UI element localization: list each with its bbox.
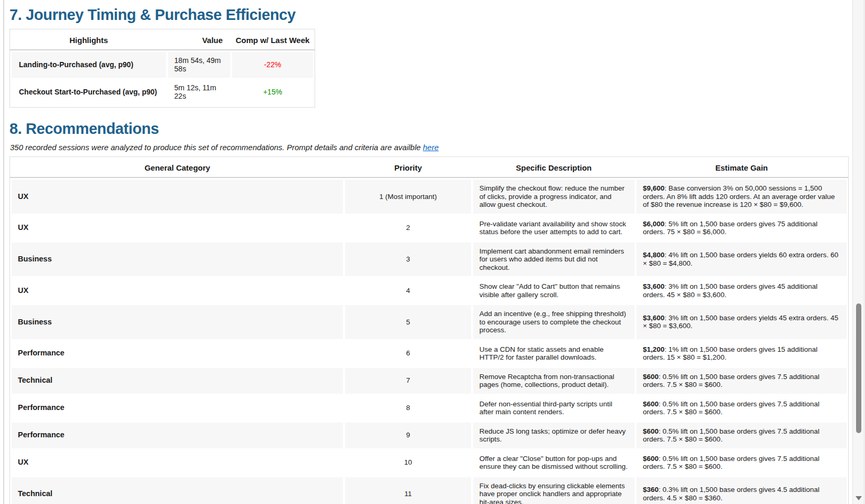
gain-detail: : Base conversion 3% on 50,000 sessions … [643,184,835,208]
description-cell: Implement cart abandonment email reminde… [473,243,634,277]
priority-cell: 8 [345,395,471,421]
priority-cell: 3 [345,243,471,277]
gain-detail: : 0.5% lift on 1,500 base orders gives 7… [643,455,819,471]
comp-last-week-cell: +15% [232,79,313,105]
description-cell: Simplify the checkout flow: reduce the n… [473,180,634,214]
estimate-gain-cell: $600: 0.5% lift on 1,500 base orders giv… [637,450,847,476]
gain-detail: : 5% lift on 1,500 base orders gives 75 … [643,220,817,236]
category-cell: UX [12,278,343,303]
comp-last-week-cell: -22% [232,52,313,78]
description-cell: Pre-validate variant availability and sh… [473,215,634,241]
estimate-gain-cell: $360: 0.3% lift on 1,500 base orders giv… [637,477,847,504]
gain-amount: $600 [643,400,659,408]
description-cell: Add an incentive (e.g., free shipping th… [473,305,634,339]
journey-table-header-row: Highlights Value Comp w/ Last Week [10,29,315,50]
recommendation-row: UX 2 Pre-validate variant availability a… [12,215,847,241]
description-cell: Fix dead-clicks by ensuring clickable el… [473,477,634,504]
priority-cell: 11 [345,477,471,504]
gain-detail: : 0.5% lift on 1,500 base orders gives 7… [643,427,819,444]
priority-cell: 4 [345,278,471,303]
highlight-label-cell: Landing-to-Purchased (avg, p90) [12,52,166,78]
estimate-gain-cell: $3,600: 3% lift on 1,500 base orders giv… [637,278,847,303]
estimate-gain-cell: $9,600: Base conversion 3% on 50,000 ses… [637,180,847,214]
gain-amount: $3,600 [643,314,664,322]
journey-table-row: Checkout Start-to-Purchased (avg, p90) 5… [12,79,313,105]
gain-amount: $9,600 [643,184,664,192]
gain-detail: : 0.5% lift on 1,500 base orders gives 7… [643,373,819,389]
recommendation-row: Performance 6 Use a CDN for static asset… [12,341,847,366]
recommendation-row: UX 1 (Most important) Simplify the check… [12,180,847,214]
intro-text: 350 recorded sessions were analyzed to p… [10,143,423,152]
page-left-border [3,0,4,504]
gain-detail: : 0.3% lift on 1,500 base orders gives 4… [643,486,819,502]
recommendation-row: Performance 8 Defer non-essential third-… [12,395,847,421]
recommendation-row: Business 3 Implement cart abandonment em… [12,243,847,277]
priority-cell: 1 (Most important) [345,180,471,214]
estimate-gain-cell: $600: 0.5% lift on 1,500 base orders giv… [637,368,847,394]
category-cell: Technical [12,368,343,394]
estimate-gain-cell: $600: 0.5% lift on 1,500 base orders giv… [637,423,847,448]
header-priority: Priority [345,159,471,177]
recommendations-header-row: General Category Priority Specific Descr… [10,157,848,178]
estimate-gain-cell: $3,600: 3% lift on 1,500 base orders yie… [637,305,847,339]
journey-timing-table: Highlights Value Comp w/ Last Week Landi… [9,29,315,108]
description-cell: Use a CDN for static assets and enable H… [473,341,634,366]
header-general-category: General Category [12,159,343,177]
scrollbar-thumb[interactable] [856,303,861,433]
vertical-scrollbar[interactable] [852,0,864,504]
gain-amount: $600 [643,373,659,381]
intro-here-link[interactable]: here [423,143,439,152]
report-content: 7. Journey Timing & Purchase Efficiency … [9,6,850,504]
gain-detail: : 1% lift on 1,500 base orders gives 15 … [643,345,817,362]
recommendation-row: Technical 11 Fix dead-clicks by ensuring… [12,477,847,504]
description-cell: Remove Recaptcha from non-transactional … [473,368,634,394]
journey-header-highlights: Highlights [12,31,166,49]
estimate-gain-cell: $600: 0.5% lift on 1,500 base orders giv… [637,395,847,421]
estimate-gain-cell: $4,800: 4% lift on 1,500 base orders yie… [637,243,847,277]
priority-cell: 7 [345,368,471,394]
gain-detail: : 3% lift on 1,500 base orders gives 45 … [643,282,817,299]
section-8-heading: 8. Recommendations [9,120,850,138]
category-cell: UX [12,450,343,476]
gain-detail: : 3% lift on 1,500 base orders yields 45… [643,314,838,330]
category-cell: Business [12,305,343,339]
gain-amount: $600 [643,455,659,463]
recommendations-intro: 350 recorded sessions were analyzed to p… [10,143,850,152]
gain-amount: $1,200 [643,345,664,353]
recommendation-row: Technical 7 Remove Recaptcha from non-tr… [12,368,847,394]
recommendations-table-body: UX 1 (Most important) Simplify the check… [10,180,848,504]
header-estimate-gain: Estimate Gain [637,159,847,177]
category-cell: Performance [12,341,343,366]
category-cell: UX [12,180,343,214]
value-cell: 5m 12s, 11m 22s [168,79,230,105]
gain-detail: : 0.5% lift on 1,500 base orders gives 7… [643,400,819,416]
priority-cell: 10 [345,450,471,476]
header-specific-description: Specific Description [473,159,634,177]
description-cell: Offer a clear "Close" button for pop-ups… [473,450,634,476]
gain-amount: $4,800 [643,251,664,259]
priority-cell: 6 [345,341,471,366]
priority-cell: 5 [345,305,471,339]
section-7-heading: 7. Journey Timing & Purchase Efficiency [9,6,850,24]
category-cell: Technical [12,477,343,504]
scrollbar-down-arrow-icon[interactable] [856,496,862,500]
gain-detail: : 4% lift on 1,500 base orders yields 60… [643,251,838,267]
category-cell: Performance [12,423,343,448]
category-cell: Business [12,243,343,277]
value-cell: 18m 54s, 49m 58s [168,52,230,78]
estimate-gain-cell: $6,000: 5% lift on 1,500 base orders giv… [637,215,847,241]
estimate-gain-cell: $1,200: 1% lift on 1,500 base orders giv… [637,341,847,366]
highlight-label-cell: Checkout Start-to-Purchased (avg, p90) [12,79,166,105]
journey-table-row: Landing-to-Purchased (avg, p90) 18m 54s,… [12,52,313,78]
recommendation-row: UX 10 Offer a clear "Close" button for p… [12,450,847,476]
description-cell: Defer non-essential third-party scripts … [473,395,634,421]
description-cell: Show clear "Add to Cart" button that rem… [473,278,634,303]
gain-amount: $360 [643,486,659,494]
priority-cell: 9 [345,423,471,448]
recommendations-table: General Category Priority Specific Descr… [9,156,849,504]
gain-amount: $600 [643,427,659,435]
journey-table-body: Landing-to-Purchased (avg, p90) 18m 54s,… [10,52,315,107]
journey-header-comp: Comp w/ Last Week [232,31,313,49]
category-cell: UX [12,215,343,241]
description-cell: Reduce JS long tasks; optimize or defer … [473,423,634,448]
